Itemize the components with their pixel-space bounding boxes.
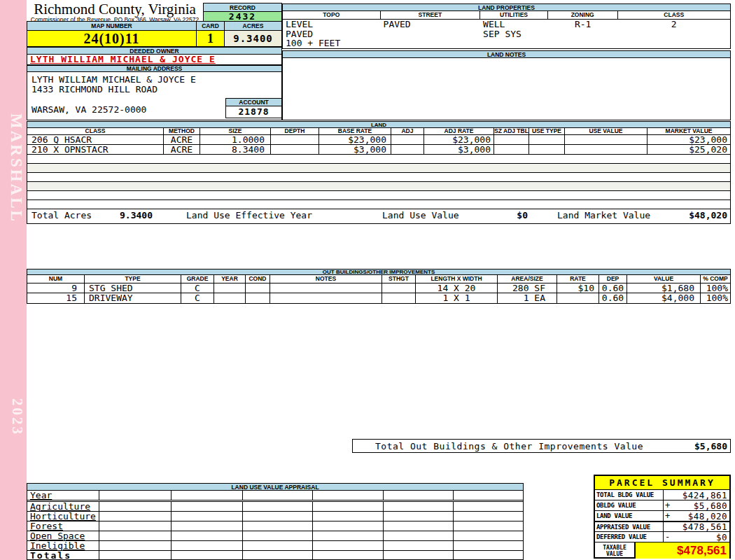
address-line: LYTH WILLIAM MICHAEL & JOYCE E [31,74,196,85]
land-use-value-label: Land Use Value [382,209,459,222]
col-pct-comp: % COMP [701,275,730,283]
topo-value: 100 + FEET [283,38,381,48]
cell-use-value [565,145,648,154]
appraisal-row-open-space: Open Space [27,531,523,541]
parcel-summary: PARCEL SUMMARY TOTAL BLDG VALUE $424,861… [594,475,731,559]
col-num: NUM [27,275,85,283]
land-properties-title: LAND PROPERTIES [283,4,730,11]
land-empty-row [27,164,730,173]
out-building-row: 9 STG SHED C 14 X 20 280 SF $10 0.60 $1,… [27,284,730,293]
col-base-rate: BASE RATE [319,128,391,134]
map-number-label: MAP NUMBER [27,22,197,31]
appraisal-row-totals: Totals [27,551,523,560]
address-line: 1433 RICHMOND HILL ROAD [31,84,158,94]
account-label: ACCOUNT [226,99,281,106]
land-empty-row [27,182,730,191]
col-depth: DEPTH [271,128,319,134]
out-buildings-total-value: $5,680 [694,441,730,451]
col-adj: ADJ [391,128,424,134]
col-class: CLASS [27,128,164,134]
card-label: CARD [197,22,225,31]
col-value: VALUE [627,275,701,283]
topo-values: LEVEL PAVED 100 + FEET [283,20,381,48]
utilities-value: SEP SYS [480,29,548,39]
property-record-card: Richmond County, Virginia Commissioner o… [27,0,735,560]
col-sthgt: STHGT [382,275,416,283]
parcel-summary-title: PARCEL SUMMARY [595,476,729,490]
col-dep: DEP [599,275,627,283]
summary-label: TOTAL BLDG VALUE [595,490,664,500]
street-values: PAVED [381,20,481,48]
land-empty-row [27,173,730,182]
appraisal-row-forest: Forest [27,522,523,531]
summary-label: OBLDG VALUE [595,500,664,510]
land-market-value: $48,020 [689,209,727,222]
sidebar-county-vertical-label: MARSHALL [3,113,25,222]
row-label: Totals [27,551,99,560]
cell-use-type [529,145,565,154]
cell-method: ACRE [164,145,200,154]
cell-cond [246,293,270,303]
county-header: Richmond County, Virginia Commissioner o… [28,1,202,23]
cell-length-width: 14 X 20 [416,284,498,293]
row-label: Forest [27,522,99,531]
summary-value: $5,680 [694,500,729,511]
land-notes-section: LAND NOTES [282,50,731,120]
land-use-effective-year-label: Land Use Effective Year [186,209,312,222]
account-box: ACCOUNT 21878 [225,98,282,118]
cell-sthgt [382,284,416,293]
cell-num: 9 [27,284,85,293]
county-title: Richmond County, Virginia [28,1,202,17]
cell-value: $4,000 [627,293,701,303]
cell-depth [271,135,319,144]
cell-notes [270,293,382,303]
col-topo: TOPO [283,11,381,19]
cell-type: STG SHED [85,284,181,293]
col-adj-rate: ADJ RATE [424,128,494,134]
acres-label: ACRES [225,22,281,31]
col-cond: COND [246,275,270,283]
summary-operator: + [664,511,672,521]
card-value: 1 [197,31,225,46]
cell-use-value [565,135,648,144]
cell-year [214,293,246,303]
topo-value: PAVED [283,29,381,39]
topo-value: LEVEL [283,20,381,29]
cell-value: $1,680 [627,284,701,293]
cell-adj-rate: $3,000 [424,145,494,154]
col-zoning: ZONING [548,11,618,19]
cell-dep: 0.60 [599,293,627,303]
cell-adj-rate: $23,000 [424,135,494,144]
summary-row-taxable: TAXABLE VALUE $478,561 [595,542,729,559]
summary-row-land: LAND VALUE +$48,020 [595,511,729,522]
out-buildings-title: OUT BUILDINGS/OTHER IMPROVEMENTS [27,270,730,275]
land-table-title: LAND [27,122,730,128]
summary-value: $478,561 [682,522,729,532]
summary-row-total-bldg: TOTAL BLDG VALUE $424,861 [595,490,729,500]
out-buildings-total-row: Total Out Buildings & Other Improvements… [352,439,731,453]
mailing-address-label: MAILING ADDRESS [27,65,282,72]
land-use-value: $0 [517,209,528,222]
cell-size: 1.0000 [200,135,271,144]
col-method: METHOD [164,128,200,134]
cell-class: 206 Q HSACR [27,135,164,144]
cell-sthgt [382,293,416,303]
cell-cond [246,284,270,293]
total-acres-value: 9.3400 [120,209,153,222]
cell-rate: $10 [557,284,599,293]
zoning-value: R-1 [548,20,618,48]
cell-grade: C [181,284,214,293]
land-notes-title: LAND NOTES [283,51,730,58]
acres-value: 9.3400 [225,31,281,46]
cell-base-rate: $3,000 [319,145,391,154]
col-year: YEAR [214,275,246,283]
col-street: STREET [381,11,481,19]
col-size: SIZE [200,128,271,134]
cell-num: 15 [27,293,85,303]
sidebar-year-vertical-label: 2023 [4,394,26,440]
cell-sz-adj-tbl [494,145,529,154]
col-area-size: AREA/SIZE [498,275,557,283]
out-buildings-table: OUT BUILDINGS/OTHER IMPROVEMENTS NUM TYP… [27,269,731,304]
summary-label: LAND VALUE [595,511,664,521]
cell-size: 8.3400 [200,145,271,154]
